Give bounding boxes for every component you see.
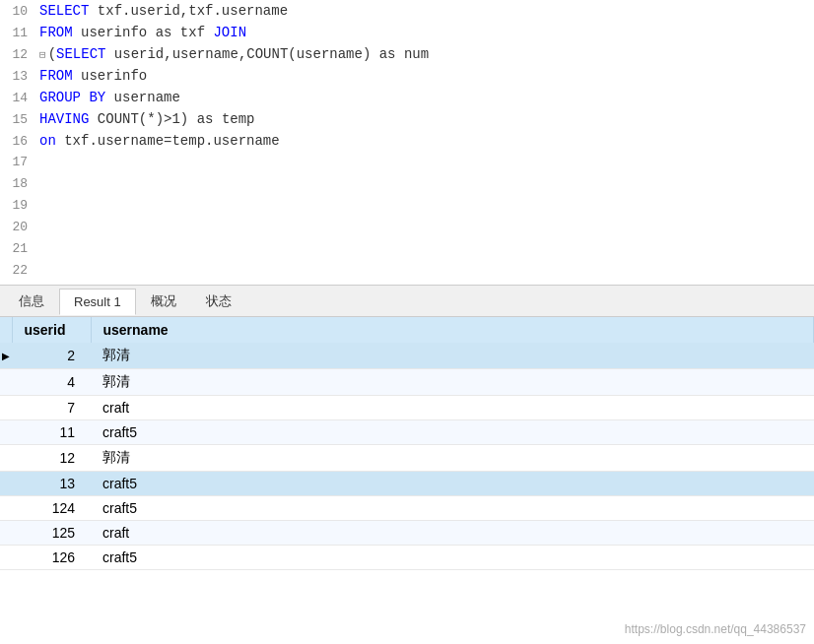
- tab-Result 1[interactable]: Result 1: [59, 289, 136, 315]
- code-content: on txf.username=temp.username: [39, 130, 814, 152]
- table-row[interactable]: 12郭清: [0, 445, 814, 472]
- code-editor: 10SELECT txf.userid,txf.username11FROM u…: [0, 0, 814, 286]
- tabs-bar: 信息Result 1概况状态: [0, 286, 814, 317]
- cell-username: craft5: [91, 472, 814, 496]
- watermark: https://blog.csdn.net/qq_44386537: [625, 622, 806, 636]
- line-number: 22: [0, 260, 39, 282]
- col-username: username: [91, 317, 814, 343]
- line-number: 13: [0, 66, 39, 88]
- cell-userid: 4: [12, 369, 91, 396]
- col-userid: userid: [12, 317, 91, 343]
- code-content: (SELECT userid,username,COUNT(username) …: [48, 43, 814, 65]
- cell-username: craft5: [91, 546, 814, 570]
- line-number: 11: [0, 23, 39, 44]
- table-body: ▶2郭清4郭清7craft11craft512郭清13craft5124craf…: [0, 343, 814, 570]
- code-line: 20: [0, 217, 814, 238]
- collapse-icon[interactable]: ⊟: [39, 44, 46, 66]
- tab-信息[interactable]: 信息: [4, 287, 59, 316]
- code-line: 14GROUP BY username: [0, 87, 814, 108]
- cell-username: 郭清: [91, 445, 814, 472]
- code-line: 11FROM userinfo as txf JOIN: [0, 22, 814, 43]
- cell-username: craft5: [91, 496, 814, 521]
- table-header: userid username: [0, 317, 814, 343]
- code-line: 19: [0, 195, 814, 217]
- cell-username: 郭清: [91, 343, 814, 369]
- code-line: 16on txf.username=temp.username: [0, 130, 814, 152]
- table-row[interactable]: 7craft: [0, 396, 814, 420]
- cell-userid: 13: [12, 472, 91, 496]
- line-number: 19: [0, 195, 39, 217]
- line-number: 14: [0, 88, 39, 109]
- table-row[interactable]: 126craft5: [0, 546, 814, 570]
- table-row[interactable]: 4郭清: [0, 369, 814, 396]
- code-line: 22: [0, 260, 814, 282]
- table-row[interactable]: 125craft: [0, 521, 814, 546]
- cell-userid: 124: [12, 496, 91, 521]
- cell-userid: 126: [12, 546, 91, 570]
- line-number: 12: [0, 44, 39, 66]
- cell-userid: 2: [12, 343, 91, 369]
- results-area[interactable]: userid username ▶2郭清4郭清7craft11craft512郭…: [0, 317, 814, 644]
- cell-username: 郭清: [91, 369, 814, 396]
- line-number: 18: [0, 173, 39, 195]
- cell-userid: 7: [12, 396, 91, 420]
- table-row[interactable]: ▶2郭清: [0, 343, 814, 369]
- cell-username: craft5: [91, 420, 814, 445]
- line-number: 15: [0, 109, 39, 131]
- code-content: HAVING COUNT(*)>1) as temp: [39, 108, 814, 130]
- table-row[interactable]: 124craft5: [0, 496, 814, 521]
- table-row[interactable]: 11craft5: [0, 420, 814, 445]
- code-line: 15HAVING COUNT(*)>1) as temp: [0, 108, 814, 130]
- cell-userid: 125: [12, 521, 91, 546]
- table-row[interactable]: 13craft5: [0, 472, 814, 496]
- line-number: 17: [0, 152, 39, 173]
- code-line: 21: [0, 238, 814, 260]
- code-line: 13FROM userinfo: [0, 65, 814, 87]
- code-line: 18: [0, 173, 814, 195]
- tab-概况[interactable]: 概况: [136, 287, 191, 316]
- line-number: 16: [0, 131, 39, 153]
- code-line: 17: [0, 152, 814, 173]
- cell-userid: 12: [12, 445, 91, 472]
- tab-状态[interactable]: 状态: [191, 287, 246, 316]
- cell-username: craft: [91, 521, 814, 546]
- code-content: SELECT txf.userid,txf.username: [39, 0, 814, 22]
- line-number: 20: [0, 217, 39, 238]
- results-table: userid username ▶2郭清4郭清7craft11craft512郭…: [0, 317, 814, 570]
- code-line: 12⊟(SELECT userid,username,COUNT(usernam…: [0, 43, 814, 65]
- code-content: FROM userinfo as txf JOIN: [39, 22, 814, 43]
- code-line: 10SELECT txf.userid,txf.username: [0, 0, 814, 22]
- line-number: 10: [0, 1, 39, 23]
- code-content: GROUP BY username: [39, 87, 814, 108]
- cell-username: craft: [91, 396, 814, 420]
- cell-userid: 11: [12, 420, 91, 445]
- code-content: FROM userinfo: [39, 65, 814, 87]
- line-number: 21: [0, 238, 39, 260]
